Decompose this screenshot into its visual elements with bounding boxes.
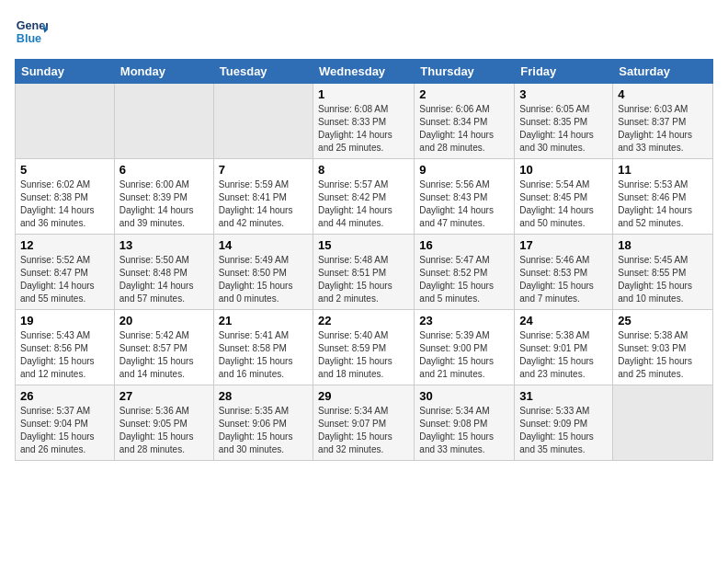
calendar-cell: 23Sunrise: 5:39 AMSunset: 9:00 PMDayligh… [415,310,515,385]
calendar-cell: 22Sunrise: 5:40 AMSunset: 8:59 PMDayligh… [313,310,415,385]
calendar-cell: 6Sunrise: 6:00 AMSunset: 8:39 PMDaylight… [114,159,213,235]
day-info: Sunrise: 6:03 AMSunset: 8:37 PMDaylight:… [618,103,708,155]
calendar-table: SundayMondayTuesdayWednesdayThursdayFrid… [15,59,713,461]
day-info: Sunrise: 5:46 AMSunset: 8:53 PMDaylight:… [519,254,608,305]
calendar-cell: 28Sunrise: 5:35 AMSunset: 9:06 PMDayligh… [213,385,313,461]
day-info: Sunrise: 5:43 AMSunset: 8:56 PMDaylight:… [20,329,109,381]
calendar-cell: 17Sunrise: 5:46 AMSunset: 8:53 PMDayligh… [515,235,613,310]
day-info: Sunrise: 5:35 AMSunset: 9:06 PMDaylight:… [219,405,308,456]
weekday-header: Tuesday [213,60,313,84]
day-info: Sunrise: 5:34 AMSunset: 9:07 PMDaylight:… [318,405,409,456]
calendar-cell: 31Sunrise: 5:33 AMSunset: 9:09 PMDayligh… [515,385,613,461]
calendar-cell: 21Sunrise: 5:41 AMSunset: 8:58 PMDayligh… [213,310,313,385]
calendar-week-row: 12Sunrise: 5:52 AMSunset: 8:47 PMDayligh… [16,235,713,310]
calendar-cell: 5Sunrise: 6:02 AMSunset: 8:38 PMDaylight… [16,159,115,235]
day-info: Sunrise: 5:37 AMSunset: 9:04 PMDaylight:… [20,405,109,456]
day-info: Sunrise: 6:06 AMSunset: 8:34 PMDaylight:… [419,103,509,155]
day-info: Sunrise: 5:53 AMSunset: 8:46 PMDaylight:… [618,178,708,230]
calendar-cell [213,84,313,159]
day-info: Sunrise: 5:52 AMSunset: 8:47 PMDaylight:… [20,254,109,305]
weekday-header: Monday [114,60,213,84]
day-number: 18 [618,238,708,252]
day-info: Sunrise: 6:02 AMSunset: 8:38 PMDaylight:… [20,178,109,230]
day-info: Sunrise: 5:38 AMSunset: 9:01 PMDaylight:… [519,329,608,381]
day-info: Sunrise: 5:57 AMSunset: 8:42 PMDaylight:… [318,178,409,230]
day-number: 24 [519,314,608,327]
day-info: Sunrise: 5:41 AMSunset: 8:58 PMDaylight:… [219,329,308,381]
calendar-cell: 20Sunrise: 5:42 AMSunset: 8:57 PMDayligh… [114,310,213,385]
day-info: Sunrise: 5:38 AMSunset: 9:03 PMDaylight:… [618,329,708,381]
day-number: 13 [119,238,209,252]
day-number: 3 [519,87,608,101]
calendar-cell: 15Sunrise: 5:48 AMSunset: 8:51 PMDayligh… [313,235,415,310]
calendar-cell: 7Sunrise: 5:59 AMSunset: 8:41 PMDaylight… [213,159,313,235]
day-info: Sunrise: 6:00 AMSunset: 8:39 PMDaylight:… [119,178,209,230]
calendar-cell: 16Sunrise: 5:47 AMSunset: 8:52 PMDayligh… [415,235,515,310]
calendar-week-row: 5Sunrise: 6:02 AMSunset: 8:38 PMDaylight… [16,159,713,235]
day-number: 10 [519,163,608,177]
day-number: 28 [219,389,308,403]
logo-icon: General Blue [15,15,48,48]
day-info: Sunrise: 5:54 AMSunset: 8:45 PMDaylight:… [519,178,608,230]
day-number: 6 [119,163,209,177]
weekday-header: Wednesday [313,60,415,84]
calendar-cell: 24Sunrise: 5:38 AMSunset: 9:01 PMDayligh… [515,310,613,385]
day-number: 9 [419,163,509,177]
day-info: Sunrise: 5:59 AMSunset: 8:41 PMDaylight:… [219,178,308,230]
day-number: 17 [519,238,608,252]
day-number: 29 [318,389,409,403]
day-info: Sunrise: 5:40 AMSunset: 8:59 PMDaylight:… [318,329,409,381]
day-number: 23 [419,314,509,327]
weekday-header: Sunday [16,60,115,84]
day-info: Sunrise: 5:36 AMSunset: 9:05 PMDaylight:… [119,405,209,456]
day-info: Sunrise: 5:48 AMSunset: 8:51 PMDaylight:… [318,254,409,305]
day-info: Sunrise: 6:08 AMSunset: 8:33 PMDaylight:… [318,103,409,155]
calendar-cell [114,84,213,159]
day-number: 2 [419,87,509,101]
day-info: Sunrise: 5:34 AMSunset: 9:08 PMDaylight:… [419,405,509,456]
calendar-header: SundayMondayTuesdayWednesdayThursdayFrid… [16,60,713,84]
calendar-week-row: 26Sunrise: 5:37 AMSunset: 9:04 PMDayligh… [16,385,713,461]
day-number: 31 [519,389,608,403]
calendar-cell [16,84,115,159]
day-number: 20 [119,314,209,327]
calendar-cell: 30Sunrise: 5:34 AMSunset: 9:08 PMDayligh… [415,385,515,461]
day-info: Sunrise: 5:49 AMSunset: 8:50 PMDaylight:… [219,254,308,305]
day-info: Sunrise: 5:33 AMSunset: 9:09 PMDaylight:… [519,405,608,456]
calendar-cell: 11Sunrise: 5:53 AMSunset: 8:46 PMDayligh… [613,159,713,235]
calendar-cell: 12Sunrise: 5:52 AMSunset: 8:47 PMDayligh… [16,235,115,310]
calendar-cell: 18Sunrise: 5:45 AMSunset: 8:55 PMDayligh… [613,235,713,310]
day-number: 26 [20,389,109,403]
calendar-cell: 14Sunrise: 5:49 AMSunset: 8:50 PMDayligh… [213,235,313,310]
svg-text:Blue: Blue [17,32,41,45]
calendar-cell: 19Sunrise: 5:43 AMSunset: 8:56 PMDayligh… [16,310,115,385]
day-number: 16 [419,238,509,252]
day-number: 25 [618,314,708,327]
calendar-cell: 27Sunrise: 5:36 AMSunset: 9:05 PMDayligh… [114,385,213,461]
day-number: 4 [618,87,708,101]
calendar-body: 1Sunrise: 6:08 AMSunset: 8:33 PMDaylight… [16,84,713,461]
calendar-cell: 4Sunrise: 6:03 AMSunset: 8:37 PMDaylight… [613,84,713,159]
weekday-header: Thursday [415,60,515,84]
calendar-cell: 2Sunrise: 6:06 AMSunset: 8:34 PMDaylight… [415,84,515,159]
day-info: Sunrise: 6:05 AMSunset: 8:35 PMDaylight:… [519,103,608,155]
day-number: 8 [318,163,409,177]
calendar-cell: 10Sunrise: 5:54 AMSunset: 8:45 PMDayligh… [515,159,613,235]
calendar-cell: 13Sunrise: 5:50 AMSunset: 8:48 PMDayligh… [114,235,213,310]
day-number: 11 [618,163,708,177]
calendar-cell: 25Sunrise: 5:38 AMSunset: 9:03 PMDayligh… [613,310,713,385]
day-info: Sunrise: 5:50 AMSunset: 8:48 PMDaylight:… [119,254,209,305]
weekday-header: Saturday [613,60,713,84]
day-number: 27 [119,389,209,403]
logo: General Blue [15,15,48,48]
calendar-cell: 26Sunrise: 5:37 AMSunset: 9:04 PMDayligh… [16,385,115,461]
calendar-week-row: 19Sunrise: 5:43 AMSunset: 8:56 PMDayligh… [16,310,713,385]
day-info: Sunrise: 5:45 AMSunset: 8:55 PMDaylight:… [618,254,708,305]
day-info: Sunrise: 5:39 AMSunset: 9:00 PMDaylight:… [419,329,509,381]
calendar-cell [613,385,713,461]
day-info: Sunrise: 5:56 AMSunset: 8:43 PMDaylight:… [419,178,509,230]
calendar-cell: 29Sunrise: 5:34 AMSunset: 9:07 PMDayligh… [313,385,415,461]
weekday-header: Friday [515,60,613,84]
day-number: 1 [318,87,409,101]
day-number: 19 [20,314,109,327]
